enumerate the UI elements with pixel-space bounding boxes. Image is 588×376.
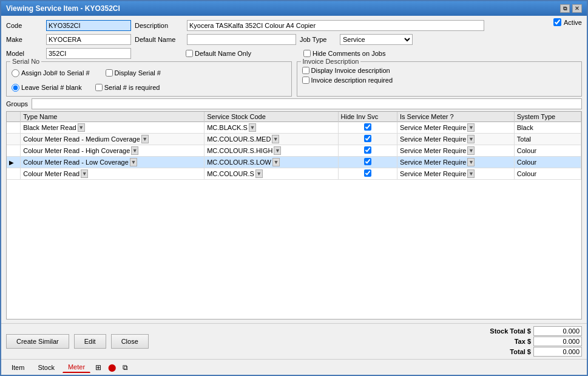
serial-radio-row2: Leave Serial # blank Serial # is require… xyxy=(12,81,286,94)
model-input[interactable] xyxy=(46,48,131,59)
tax-row: Tax $ xyxy=(412,337,582,346)
row-arrow: ▶ xyxy=(7,157,21,168)
hide-comments-label[interactable]: Hide Comments on Jobs xyxy=(303,50,385,57)
total-value[interactable] xyxy=(533,347,582,357)
code-input[interactable] xyxy=(46,20,131,31)
stockcode-dropdown-arrow[interactable]: ▼ xyxy=(255,169,263,178)
default-name-only-checkbox[interactable] xyxy=(186,50,193,57)
servicemeter-dropdown-arrow[interactable]: ▼ xyxy=(467,123,475,132)
cell-servicemeter: Service Meter Require ▼ xyxy=(397,122,514,134)
code-description-row: Code Description xyxy=(6,19,582,32)
default-name-only-label[interactable]: Default Name Only xyxy=(186,50,251,57)
make-input[interactable] xyxy=(46,34,131,45)
invoice-desc-required-checkbox[interactable] xyxy=(302,77,309,84)
cell-hideinv xyxy=(338,145,397,157)
col-systemtype-header: System Type xyxy=(514,112,581,122)
typename-dropdown-arrow[interactable]: ▼ xyxy=(81,169,88,178)
table-row[interactable]: Black Meter Read ▼MC.BLACK.S ▼Service Me… xyxy=(7,122,581,134)
cell-hideinv xyxy=(338,134,397,145)
leave-serial-radio[interactable] xyxy=(12,84,19,92)
display-serial-checkbox[interactable] xyxy=(106,69,113,77)
hide-comments-checkbox[interactable] xyxy=(303,50,311,57)
table-row[interactable]: Colour Meter Read - High Coverage ▼MC.CO… xyxy=(7,145,581,157)
close-button[interactable]: Close xyxy=(111,334,149,349)
groups-label: Groups xyxy=(6,100,28,108)
window-title: Viewing Service Item - KYO352CI xyxy=(6,4,120,13)
typename-dropdown-arrow[interactable]: ▼ xyxy=(130,158,137,166)
col-arrow xyxy=(7,112,21,122)
servicemeter-dropdown-arrow[interactable]: ▼ xyxy=(467,146,475,155)
serial-required-checkbox[interactable] xyxy=(95,84,103,91)
invoice-section-title: Invoice Description xyxy=(301,58,361,65)
table-row[interactable]: ▶Colour Meter Read - Low Coverage ▼MC.CO… xyxy=(7,157,581,168)
servicemeter-dropdown-arrow[interactable]: ▼ xyxy=(467,169,475,178)
cell-systemtype: Colour xyxy=(514,168,581,180)
servicemeter-dropdown-arrow[interactable]: ▼ xyxy=(467,158,475,166)
title-bar: Viewing Service Item - KYO352CI ⧉ ✕ xyxy=(1,1,587,16)
tab-bar: Item Stock Meter ⊞ ⬤ ⧉ xyxy=(1,359,587,375)
close-button[interactable]: ✕ xyxy=(572,4,582,13)
cell-typename: Colour Meter Read - Low Coverage ▼ xyxy=(21,157,204,168)
service-table: Type Name Service Stock Code Hide Inv Sv… xyxy=(7,112,581,180)
make-label: Make xyxy=(6,36,42,43)
col-servicemeter-header: Is Service Meter ? xyxy=(397,112,514,122)
job-type-label: Job Type xyxy=(300,36,336,43)
row-arrow xyxy=(7,168,21,180)
tab-stock[interactable]: Stock xyxy=(32,362,60,373)
cell-stockcode: MC.COLOUR.S.HIGH ▼ xyxy=(204,145,338,157)
hideinv-checkbox[interactable] xyxy=(364,169,371,177)
hideinv-checkbox[interactable] xyxy=(364,123,371,131)
table-row[interactable]: Colour Meter Read ▼MC.COLOUR.S ▼Service … xyxy=(7,168,581,180)
leave-serial-radio-label[interactable]: Leave Serial # blank xyxy=(12,84,82,92)
default-name-input[interactable] xyxy=(187,34,296,45)
form-content: Code Description Make Default Name Job T… xyxy=(1,16,587,323)
hideinv-checkbox[interactable] xyxy=(364,158,371,165)
cell-hideinv xyxy=(338,168,397,180)
groups-row: Groups xyxy=(6,98,582,109)
groups-input[interactable] xyxy=(32,98,582,109)
stockcode-dropdown-arrow[interactable]: ▼ xyxy=(274,146,281,155)
table-header-row: Type Name Service Stock Code Hide Inv Sv… xyxy=(7,112,581,122)
restore-button[interactable]: ⧉ xyxy=(560,4,570,13)
display-invoice-checkbox[interactable] xyxy=(302,67,309,74)
assign-job-radio[interactable] xyxy=(12,69,19,77)
col-typename-header: Type Name xyxy=(21,112,204,122)
stockcode-dropdown-arrow[interactable]: ▼ xyxy=(272,158,280,166)
display-invoice-label[interactable]: Display Invoice description xyxy=(302,67,577,74)
table-icon[interactable]: ⊞ xyxy=(93,362,104,373)
create-similar-button[interactable]: Create Similar xyxy=(6,334,69,349)
servicemeter-dropdown-arrow[interactable]: ▼ xyxy=(467,135,475,143)
display-serial-label[interactable]: Display Serial # xyxy=(106,69,161,77)
active-checkbox-area: Active xyxy=(553,18,582,26)
serial-required-label[interactable]: Serial # is required xyxy=(95,84,160,91)
copy-icon[interactable]: ⧉ xyxy=(120,362,130,373)
default-name-label: Default Name xyxy=(135,36,183,43)
job-type-select[interactable]: Service xyxy=(340,34,413,45)
typename-dropdown-arrow[interactable]: ▼ xyxy=(141,135,149,143)
stockcode-dropdown-arrow[interactable]: ▼ xyxy=(272,135,279,143)
cell-typename: Colour Meter Read ▼ xyxy=(21,168,204,180)
assign-job-radio-label[interactable]: Assign Job# to Serial # xyxy=(12,69,90,77)
col-stockcode-header: Service Stock Code xyxy=(204,112,338,122)
tax-label: Tax $ xyxy=(470,338,531,345)
red-icon[interactable]: ⬤ xyxy=(106,362,117,373)
description-label: Description xyxy=(135,22,183,29)
model-row: Model Default Name Only Hide Comments on… xyxy=(6,47,582,60)
table-row[interactable]: Colour Meter Read - Medium Coverage ▼MC.… xyxy=(7,134,581,145)
stockcode-dropdown-arrow[interactable]: ▼ xyxy=(249,123,256,132)
invoice-desc-required-label[interactable]: Invoice description required xyxy=(302,77,577,84)
hideinv-checkbox[interactable] xyxy=(364,135,371,142)
active-checkbox[interactable] xyxy=(553,18,561,26)
cell-stockcode: MC.COLOUR.S.LOW ▼ xyxy=(204,157,338,168)
typename-dropdown-arrow[interactable]: ▼ xyxy=(131,146,138,155)
hideinv-checkbox[interactable] xyxy=(364,146,371,154)
description-input[interactable] xyxy=(187,20,484,31)
stock-total-row: Stock Total $ xyxy=(412,326,582,336)
tax-value[interactable] xyxy=(533,337,582,346)
edit-button[interactable]: Edit xyxy=(74,334,106,349)
tab-item[interactable]: Item xyxy=(6,362,30,373)
row-arrow xyxy=(7,134,21,145)
typename-dropdown-arrow[interactable]: ▼ xyxy=(78,123,85,132)
tab-meter[interactable]: Meter xyxy=(63,361,90,373)
stock-total-value[interactable] xyxy=(533,326,582,336)
